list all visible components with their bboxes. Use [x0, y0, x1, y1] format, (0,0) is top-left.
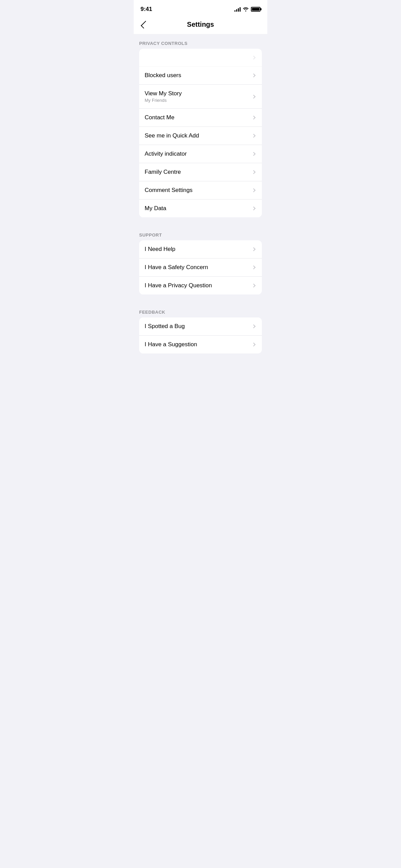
list-item-family-centre[interactable]: Family Centre: [139, 163, 262, 181]
chevron-right-icon: [252, 188, 255, 192]
item-label: My Data: [145, 205, 166, 212]
chevron-right-icon: [252, 265, 255, 269]
chevron-right-icon: [252, 134, 255, 137]
list-item-have-suggestion[interactable]: I Have a Suggestion: [139, 336, 262, 353]
list-item-my-data[interactable]: My Data: [139, 200, 262, 217]
list-item-view-my-story[interactable]: View My Story My Friends: [139, 85, 262, 109]
status-icons: [234, 7, 260, 12]
chevron-right-icon: [252, 56, 255, 59]
chevron-right-icon: [252, 247, 255, 251]
privacy-settings-group: Blocked users View My Story My Friends C…: [139, 49, 262, 217]
wifi-icon: [243, 7, 249, 12]
list-item-spotted-bug[interactable]: I Spotted a Bug: [139, 317, 262, 336]
list-item-comment-settings[interactable]: Comment Settings: [139, 181, 262, 200]
item-sublabel: My Friends: [145, 98, 182, 103]
list-item-see-me-quick-add[interactable]: See me in Quick Add: [139, 127, 262, 145]
item-label: Family Centre: [145, 169, 181, 176]
item-label: Contact Me: [145, 114, 174, 121]
chevron-right-icon: [252, 284, 255, 287]
battery-icon: [251, 7, 260, 12]
back-button[interactable]: [141, 21, 147, 28]
chevron-right-icon: [252, 206, 255, 210]
chevron-right-icon: [252, 170, 255, 174]
item-label: Comment Settings: [145, 187, 193, 194]
feedback-settings-group: I Spotted a Bug I Have a Suggestion: [139, 317, 262, 353]
chevron-right-icon: [252, 116, 255, 119]
item-label: Activity indicator: [145, 150, 187, 157]
chevron-right-icon: [252, 152, 255, 156]
settings-header: Settings: [134, 16, 267, 34]
support-settings-group: I Need Help I Have a Safety Concern I Ha…: [139, 240, 262, 294]
item-label: Blocked users: [145, 72, 181, 79]
section-label-support: SUPPORT: [134, 226, 267, 240]
item-label: I Need Help: [145, 246, 175, 253]
item-label: See me in Quick Add: [145, 132, 199, 139]
status-bar: 9:41: [134, 0, 267, 16]
back-chevron-icon: [141, 21, 149, 28]
item-label: View My Story: [145, 90, 182, 97]
chevron-right-icon: [252, 324, 255, 328]
list-item-safety-concern[interactable]: I Have a Safety Concern: [139, 258, 262, 277]
signal-icon: [234, 7, 241, 12]
status-time: 9:41: [141, 6, 152, 13]
list-item-blocked-users[interactable]: Blocked users: [139, 67, 262, 85]
section-label-privacy: PRIVACY CONTROLS: [134, 34, 267, 49]
page-title: Settings: [187, 21, 214, 28]
item-label: I Have a Privacy Question: [145, 282, 212, 289]
chevron-right-icon: [252, 73, 255, 77]
list-item-contact-me[interactable]: Contact Me: [139, 109, 262, 127]
item-label: I Have a Suggestion: [145, 341, 197, 348]
list-item-activity-indicator[interactable]: Activity indicator: [139, 145, 262, 163]
list-item-privacy-question[interactable]: I Have a Privacy Question: [139, 277, 262, 294]
item-label: I Have a Safety Concern: [145, 264, 208, 271]
chevron-right-icon: [252, 342, 255, 346]
item-label: I Spotted a Bug: [145, 323, 185, 330]
list-item[interactable]: [139, 49, 262, 67]
section-label-feedback: FEEDBACK: [134, 303, 267, 317]
chevron-right-icon: [252, 95, 255, 98]
list-item-i-need-help[interactable]: I Need Help: [139, 240, 262, 258]
